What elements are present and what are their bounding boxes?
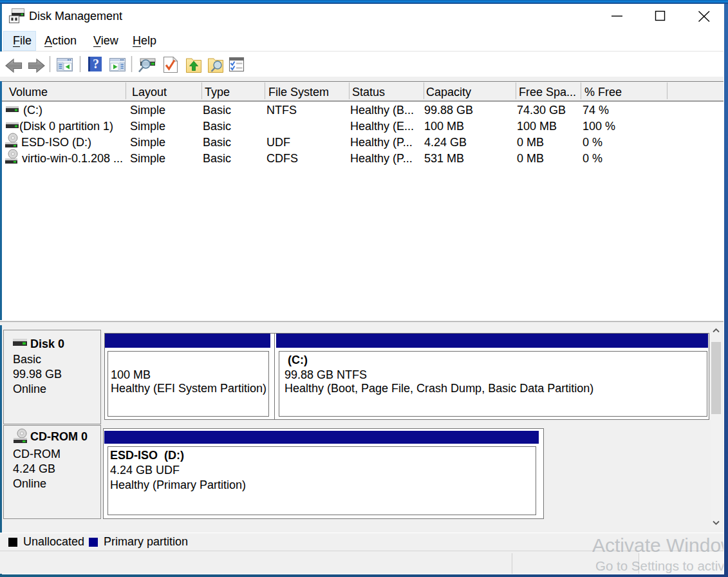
svg-text:?: ? (93, 57, 99, 71)
